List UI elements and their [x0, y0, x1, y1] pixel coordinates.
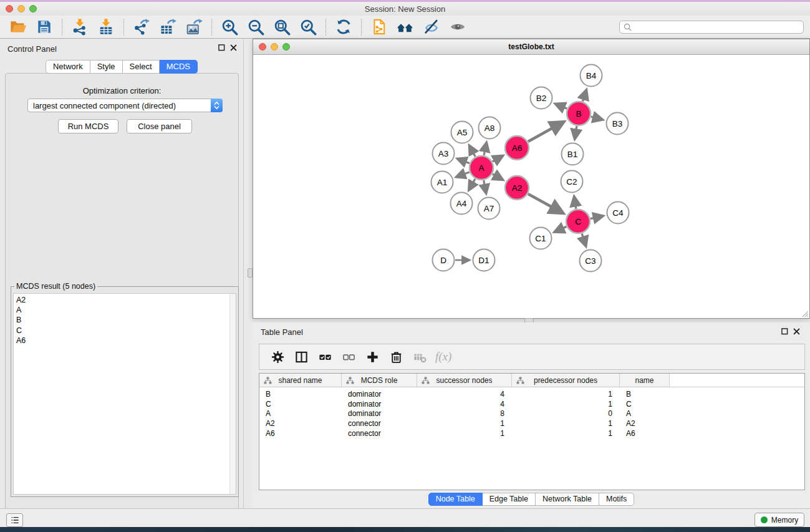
graph-node-B4[interactable]: B4 [581, 65, 602, 87]
mcds-result-item[interactable]: A [14, 305, 236, 315]
table-row[interactable]: Cdominator41C [259, 399, 804, 409]
graph-edge-A-A1[interactable] [456, 172, 469, 177]
graph-node-B2[interactable]: B2 [531, 87, 552, 109]
search-input[interactable] [632, 22, 799, 31]
table-cell[interactable]: connector [342, 429, 417, 438]
zoom-out-icon[interactable] [246, 17, 266, 37]
network-graph[interactable]: B4B2BB3A5A8A6A3B1AA1C2A2A4A7C4CC1C3DD1 [253, 55, 809, 318]
function-builder-icon[interactable]: f(x) [435, 350, 451, 364]
graph-node-C[interactable]: C [566, 210, 590, 233]
scrollbar-track[interactable] [229, 294, 236, 494]
settings-gear-icon[interactable] [269, 349, 286, 365]
vertical-splitter-handle[interactable] [248, 268, 253, 278]
node-table[interactable]: shared nameMCDS rolesuccessor nodesprede… [259, 373, 805, 490]
graph-node-C4[interactable]: C4 [607, 202, 629, 224]
export-image-icon[interactable] [184, 17, 204, 37]
mcds-result-item[interactable]: B [14, 315, 236, 325]
graph-node-D[interactable]: D [433, 249, 455, 271]
graph-edge-B-B4[interactable] [582, 90, 586, 102]
table-cell[interactable]: 4 [417, 400, 512, 409]
zoom-selected-icon[interactable] [298, 17, 318, 37]
table-cell[interactable]: dominator [342, 400, 417, 409]
table-cell[interactable]: C [259, 400, 342, 409]
table-cell[interactable]: 1 [512, 419, 620, 428]
first-neighbors-icon[interactable] [395, 17, 415, 37]
create-column-icon[interactable] [364, 349, 380, 365]
graph-edge-C-C1[interactable] [554, 226, 566, 232]
table-cell[interactable]: A2 [259, 419, 342, 428]
graph-node-A8[interactable]: A8 [479, 117, 501, 139]
close-panel-button[interactable]: Close panel [127, 119, 192, 133]
deselect-all-icon[interactable] [340, 349, 357, 365]
table-cell[interactable]: A6 [259, 429, 342, 438]
graph-edge-C-C3[interactable] [582, 234, 586, 246]
import-network-from-file-icon[interactable] [70, 17, 90, 37]
float-panel-icon[interactable] [218, 44, 225, 51]
table-cell[interactable]: B [259, 390, 342, 399]
mcds-result-item[interactable]: A6 [14, 336, 236, 346]
tab-edge-table[interactable]: Edge Table [483, 493, 536, 506]
table-cell[interactable]: A [259, 409, 342, 418]
table-cell[interactable]: 1 [417, 429, 512, 438]
graph-node-D1[interactable]: D1 [473, 249, 495, 271]
apply-layout-icon[interactable] [334, 17, 354, 37]
import-table-from-file-icon[interactable] [96, 17, 116, 37]
graph-edge-B-B2[interactable] [555, 104, 567, 109]
delete-table-icon[interactable] [412, 349, 428, 365]
network-canvas[interactable]: B4B2BB3A5A8A6A3B1AA1C2A2A4A7C4CC1C3DD1 [253, 55, 809, 318]
column-header-mcds-role[interactable]: MCDS role [342, 374, 417, 387]
table-cell[interactable]: A6 [620, 429, 670, 438]
column-header-shared-name[interactable]: shared name [259, 374, 342, 387]
graph-edge-A-A5[interactable] [469, 145, 475, 157]
table-cell[interactable]: 1 [512, 429, 620, 438]
split-panel-icon[interactable] [293, 349, 309, 365]
table-cell[interactable]: A [620, 409, 670, 418]
graph-node-A1[interactable]: A1 [432, 172, 453, 193]
table-cell[interactable]: 8 [417, 409, 512, 418]
resize-grip-icon[interactable] [801, 309, 809, 317]
graph-node-B[interactable]: B [567, 102, 591, 125]
export-network-icon[interactable] [132, 17, 152, 37]
graph-node-A[interactable]: A [470, 156, 493, 180]
tab-style[interactable]: Style [90, 60, 123, 74]
table-cell[interactable]: dominator [342, 390, 417, 399]
save-session-icon[interactable] [34, 17, 54, 37]
graph-node-A6[interactable]: A6 [505, 136, 529, 160]
run-mcds-button[interactable]: Run MCDS [58, 119, 118, 133]
graph-edge-A2-C[interactable] [528, 194, 563, 213]
table-cell[interactable]: dominator [342, 409, 417, 418]
graph-edge-A-A3[interactable] [457, 158, 470, 163]
tab-select[interactable]: Select [123, 60, 160, 74]
graph-node-A4[interactable]: A4 [451, 193, 473, 215]
graph-edge-A-A7[interactable] [484, 180, 486, 193]
table-cell[interactable]: A2 [620, 419, 670, 428]
select-all-icon[interactable] [317, 349, 333, 365]
table-cell[interactable]: C [620, 400, 670, 409]
tab-network[interactable]: Network [46, 60, 90, 74]
graph-edge-B-B1[interactable] [575, 126, 577, 139]
table-row[interactable]: Adominator80A [259, 409, 804, 419]
column-header-successor-nodes[interactable]: successor nodes [417, 374, 512, 387]
graph-node-A7[interactable]: A7 [478, 198, 500, 220]
mcds-result-list[interactable]: A2ABCA6 [13, 293, 236, 495]
graph-node-C1[interactable]: C1 [530, 228, 552, 249]
graph-edge-A-A6[interactable] [493, 156, 503, 162]
table-cell[interactable]: 1 [512, 400, 620, 409]
float-panel-icon[interactable] [781, 328, 788, 335]
table-cell[interactable]: 1 [417, 419, 512, 428]
search-box[interactable] [619, 21, 804, 34]
graph-edge-A-A4[interactable] [469, 179, 475, 190]
column-header-name[interactable]: name [620, 374, 670, 387]
table-row[interactable]: Bdominator41B [259, 389, 804, 399]
table-cell[interactable]: 1 [512, 390, 620, 399]
export-table-icon[interactable] [158, 17, 178, 37]
table-cell[interactable]: B [620, 390, 670, 399]
open-session-icon[interactable] [8, 17, 28, 37]
graph-node-A2[interactable]: A2 [505, 176, 529, 200]
tab-motifs[interactable]: Motifs [599, 493, 634, 506]
network-window-titlebar[interactable]: testGlobe.txt [253, 39, 809, 55]
criterion-dropdown[interactable]: largest connected component (directed) [27, 99, 223, 112]
graph-node-B3[interactable]: B3 [607, 113, 629, 135]
table-cell[interactable]: 4 [417, 390, 512, 399]
zoom-in-icon[interactable] [219, 17, 239, 37]
